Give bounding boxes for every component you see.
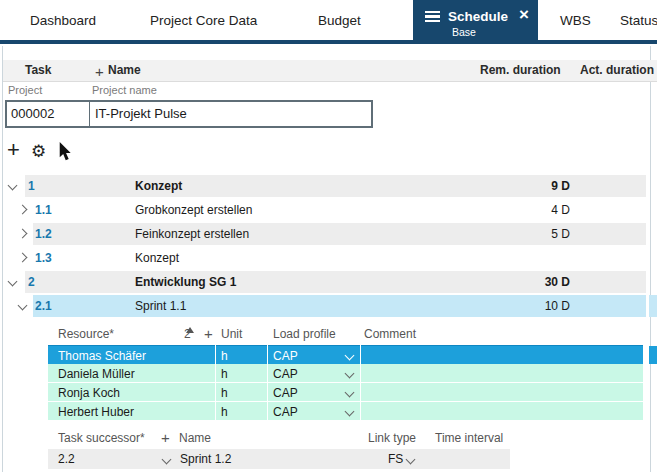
add-column-icon[interactable]: + — [95, 63, 104, 80]
resource-row[interactable]: Ronja Koch h CAP — [48, 383, 643, 402]
cursor-icon[interactable] — [58, 142, 72, 161]
task-row[interactable]: 1.1 Grobkonzept erstellen 4 D — [0, 198, 657, 222]
tab-schedule[interactable]: Schedule × Base — [413, 0, 538, 44]
chevron-down-icon[interactable] — [345, 369, 355, 379]
col-successor-name[interactable]: Name — [179, 431, 211, 445]
add-resource-icon[interactable]: + — [204, 325, 213, 342]
tab-project-core-data[interactable]: Project Core Data — [150, 9, 257, 33]
col-act-duration: Act. duration — [580, 63, 654, 77]
tab-status[interactable]: Status — [620, 9, 657, 33]
menu-icon[interactable] — [425, 11, 440, 22]
chevron-down-icon[interactable] — [162, 455, 172, 465]
sort-asc-icon — [186, 327, 194, 333]
col-load-profile[interactable]: Load profile — [273, 327, 336, 341]
project-id-field[interactable]: 000002 — [7, 102, 90, 126]
project-name-label: Project name — [92, 84, 157, 96]
task-row-selected[interactable]: 2.1 Sprint 1.1 10 D — [0, 294, 657, 318]
col-unit[interactable]: Unit — [221, 327, 242, 341]
col-task: Task — [25, 63, 51, 77]
chevron-right-icon[interactable] — [18, 229, 28, 239]
chevron-down-icon[interactable] — [345, 351, 355, 361]
project-name-field[interactable]: IT-Projekt Pulse — [90, 102, 371, 126]
successor-row[interactable]: 2.2 Sprint 1.2 FS — [48, 449, 510, 469]
col-rem-duration: Rem. duration — [480, 63, 561, 77]
project-id-label: Project — [8, 84, 42, 96]
app-window: Dashboard Project Core Data Budget Sched… — [0, 0, 657, 472]
col-comment[interactable]: Comment — [364, 327, 416, 341]
task-row[interactable]: 1 Konzept 9 D — [0, 174, 657, 198]
col-name: Name — [108, 63, 141, 77]
resource-row-selected[interactable]: Thomas Schäfer h CAP — [48, 345, 643, 364]
add-successor-icon[interactable]: + — [161, 429, 170, 446]
chevron-down-icon[interactable] — [345, 407, 355, 417]
tab-dashboard[interactable]: Dashboard — [30, 9, 96, 33]
col-task-successor[interactable]: Task successor* — [58, 431, 145, 445]
tab-budget[interactable]: Budget — [318, 9, 361, 33]
chevron-down-icon[interactable] — [8, 181, 18, 191]
chevron-down-icon[interactable] — [8, 277, 18, 287]
task-row[interactable]: 1.2 Feinkonzept erstellen 5 D — [0, 222, 657, 246]
col-time-interval[interactable]: Time interval — [435, 431, 503, 445]
chevron-down-icon[interactable] — [406, 455, 416, 465]
chevron-down-icon[interactable] — [18, 301, 28, 311]
chevron-down-icon[interactable] — [345, 388, 355, 398]
tab-schedule-label: Schedule — [448, 9, 508, 24]
tab-schedule-sublabel: Base — [452, 26, 476, 38]
resource-row-selected-edge — [649, 346, 657, 364]
task-row[interactable]: 1.3 Konzept — [0, 246, 657, 270]
resource-row[interactable]: Daniela Müller h CAP — [48, 364, 643, 383]
chevron-right-icon[interactable] — [18, 205, 28, 215]
tab-bar: Dashboard Project Core Data Budget Sched… — [0, 0, 657, 44]
col-resource[interactable]: Resource* — [58, 327, 114, 341]
project-field-group: 000002 IT-Projekt Pulse — [5, 100, 373, 128]
resource-row[interactable]: Herbert Huber h CAP — [48, 402, 643, 421]
chevron-right-icon[interactable] — [18, 253, 28, 263]
gear-icon[interactable]: ⚙ — [31, 141, 46, 162]
close-icon[interactable]: × — [519, 5, 529, 25]
col-link-type[interactable]: Link type — [368, 431, 416, 445]
add-task-icon[interactable]: + — [7, 137, 20, 163]
task-table-header: Task + Name Rem. duration Act. duration — [3, 60, 657, 82]
task-row[interactable]: 2 Entwicklung SG 1 30 D — [0, 270, 657, 294]
tab-wbs[interactable]: WBS — [560, 9, 591, 33]
